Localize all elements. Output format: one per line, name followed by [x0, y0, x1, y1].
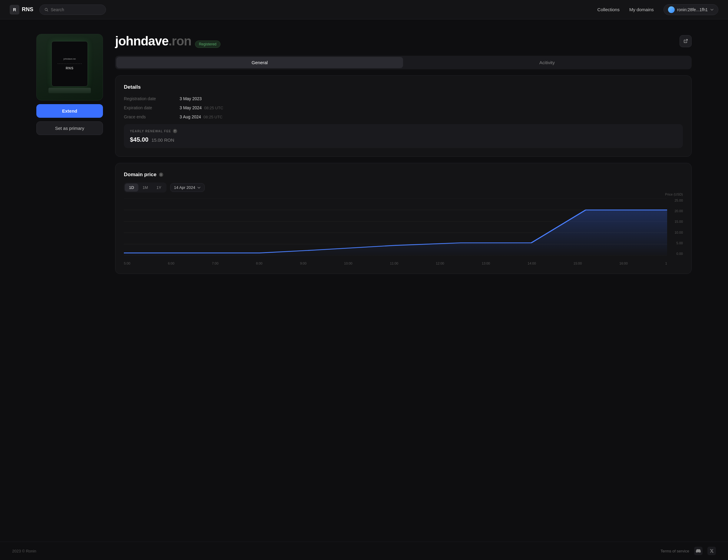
detail-label-registration: Registration date [124, 96, 172, 101]
status-badge: Registered [195, 41, 220, 48]
x-label-3: 8:00 [256, 262, 262, 265]
price-usd-label: Price (USD) [665, 193, 683, 196]
detail-row-expiration: Expiration date 3 May 2024 08:25 UTC [124, 105, 683, 110]
chevron-down-icon [197, 186, 201, 190]
chart-y-axis: 25.00 20.00 15.00 10.00 5.00 0.00 [667, 199, 683, 256]
domain-price-card: Domain price ℹ 1D 1M 1Y 14 Apr 2024 P [115, 163, 692, 274]
detail-value-registration: 3 May 2023 [180, 96, 202, 101]
x-label-9: 14:00 [528, 262, 536, 265]
period-tab-1d[interactable]: 1D [125, 184, 138, 192]
domain-price-info-icon[interactable]: ℹ [159, 173, 163, 177]
x-label-8: 13:00 [482, 262, 490, 265]
x-label-5: 10:00 [344, 262, 352, 265]
logo-text: RNS [22, 6, 33, 13]
period-tabs: 1D 1M 1Y [124, 183, 167, 193]
y-label-0: 0.00 [677, 252, 683, 256]
set-primary-button[interactable]: Set as primary [36, 121, 103, 135]
x-label-11: 16:00 [619, 262, 628, 265]
detail-label-grace: Grace ends [124, 114, 172, 119]
y-label-5: 5.00 [677, 241, 683, 245]
content-tabs: General Acitivity [115, 56, 692, 69]
x-label-2: 7:00 [212, 262, 218, 265]
left-panel: johndave.ron RNS Extend Set as primary [36, 34, 103, 135]
y-label-15: 15.00 [674, 220, 683, 224]
x-label-0: 5:00 [124, 262, 130, 265]
date-select-value: 14 Apr 2024 [174, 185, 195, 190]
x-label-4: 9:00 [300, 262, 306, 265]
domain-ext: .ron [168, 34, 191, 48]
twitter-button[interactable] [707, 547, 716, 555]
domain-header: johndave.ron Registered [115, 34, 692, 48]
date-select[interactable]: 14 Apr 2024 [170, 183, 205, 192]
external-link-button[interactable] [680, 35, 692, 47]
nft-domain-text: johndave.ron [64, 58, 76, 60]
twitter-icon [710, 549, 714, 553]
detail-value-expiration: 3 May 2024 08:25 UTC [180, 105, 223, 110]
chevron-down-icon [710, 8, 714, 12]
x-label-12: 1 [665, 262, 667, 265]
external-link-icon [683, 39, 688, 44]
wallet-address: ronin:28fe...1fh1 [677, 7, 708, 12]
price-controls: 1D 1M 1Y 14 Apr 2024 [124, 183, 683, 193]
nft-label: RNS [66, 66, 74, 70]
x-label-6: 11:00 [390, 262, 399, 265]
y-label-20: 20.00 [674, 209, 683, 213]
discord-button[interactable] [694, 547, 703, 555]
y-label-10: 10.00 [674, 231, 683, 234]
nft-inner-card: johndave.ron RNS [51, 41, 88, 87]
price-header: Domain price ℹ [124, 172, 683, 178]
detail-row-grace: Grace ends 3 Aug 2024 08:25 UTC [124, 114, 683, 119]
details-title: Details [124, 84, 683, 90]
nft-dotted-line [58, 64, 82, 64]
discord-icon [696, 548, 701, 553]
logo-icon: R [10, 5, 19, 15]
extend-button[interactable]: Extend [36, 104, 103, 118]
fee-ron: 15.00 RON [151, 138, 174, 143]
right-content: johndave.ron Registered General Acitivit… [115, 34, 692, 274]
renewal-fee-box: YEARLY RENEWAL FEE ? $45.00 15.00 RON [124, 124, 683, 148]
x-label-1: 6:00 [168, 262, 174, 265]
tab-activity[interactable]: Acitivity [404, 57, 690, 68]
search-input[interactable] [51, 7, 101, 12]
renewal-fee-info-icon[interactable]: ? [173, 129, 177, 133]
y-label-25: 25.00 [674, 199, 683, 202]
detail-utc-expiration: 08:25 UTC [204, 106, 223, 110]
detail-value-grace: 3 Aug 2024 08:25 UTC [180, 114, 223, 119]
tab-general[interactable]: General [116, 57, 403, 68]
x-label-7: 12:00 [436, 262, 444, 265]
fee-usd: $45.00 [130, 136, 148, 143]
footer-terms[interactable]: Terms of service [660, 549, 689, 553]
period-tab-1m[interactable]: 1M [138, 184, 152, 192]
nav-my-domains[interactable]: My domains [629, 7, 654, 12]
details-card: Details Registration date 3 May 2023 Exp… [115, 75, 692, 157]
period-tab-1y[interactable]: 1Y [152, 184, 166, 192]
detail-row-registration: Registration date 3 May 2023 [124, 96, 683, 101]
footer-copyright: 2023 © Ronin [12, 549, 36, 553]
header-nav: Collections My domains ronin:28fe...1fh1 [597, 4, 718, 15]
wallet-button[interactable]: ronin:28fe...1fh1 [663, 4, 718, 15]
footer-links: Terms of service [660, 547, 716, 555]
x-label-10: 15:00 [574, 262, 582, 265]
renewal-fee-label: YEARLY RENEWAL FEE ? [130, 129, 677, 133]
footer: 2023 © Ronin Terms of service [0, 542, 728, 560]
chart-area [124, 199, 667, 256]
logo[interactable]: R RNS [10, 5, 33, 15]
svg-line-1 [47, 10, 48, 11]
nav-collections[interactable]: Collections [597, 7, 620, 12]
domain-name: johndave.ron [115, 34, 191, 48]
detail-label-expiration: Expiration date [124, 105, 172, 110]
nft-card: johndave.ron RNS [36, 34, 103, 101]
price-title: Domain price [124, 172, 157, 178]
nft-base [48, 88, 91, 93]
chart-x-axis: 5:00 6:00 7:00 8:00 9:00 10:00 11:00 12:… [124, 257, 667, 265]
domain-title: johndave.ron Registered [115, 34, 220, 48]
detail-utc-grace: 08:25 UTC [204, 115, 223, 119]
wallet-avatar [668, 6, 675, 13]
search-bar[interactable] [39, 5, 106, 15]
price-chart: Price (USD) [124, 199, 683, 265]
renewal-fee-value: $45.00 15.00 RON [130, 136, 677, 143]
search-icon [45, 8, 48, 12]
